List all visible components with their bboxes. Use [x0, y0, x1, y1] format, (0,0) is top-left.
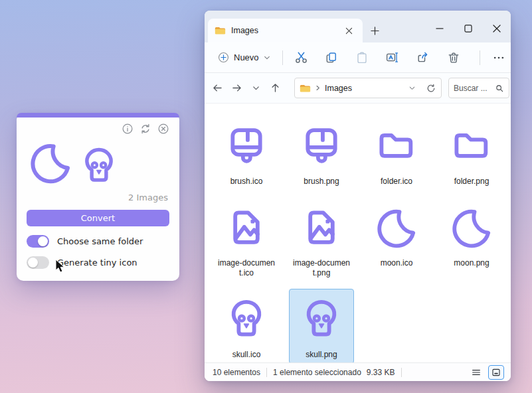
- file-grid: brush.icobrush.pngfolder.icofolder.pngim…: [214, 116, 505, 362]
- moon-icon: [29, 141, 72, 185]
- same-folder-toggle-row: Choose same folder: [27, 235, 169, 248]
- search-box[interactable]: Buscar ...: [448, 78, 509, 98]
- refresh-icon[interactable]: [426, 83, 436, 94]
- new-button[interactable]: Nuevo: [214, 49, 274, 66]
- minimize-button[interactable]: [425, 16, 454, 41]
- preview-icons: [29, 137, 169, 185]
- brush-icon: [217, 118, 276, 174]
- desktop: Images: [0, 0, 532, 393]
- new-tab-button[interactable]: [363, 19, 387, 42]
- file-name: skull.png: [306, 350, 337, 360]
- command-toolbar: Nuevo: [205, 42, 511, 73]
- file-tile[interactable]: moon.ico: [364, 197, 429, 282]
- share-icon[interactable]: [410, 46, 435, 69]
- tab-close-icon[interactable]: [341, 23, 356, 38]
- file-name: image-document.ico: [217, 258, 276, 278]
- same-folder-label: Choose same folder: [57, 236, 143, 246]
- file-list-area: brush.icobrush.pngfolder.icofolder.pngim…: [205, 104, 511, 362]
- image-count-label: 2 Images: [27, 193, 169, 202]
- skull-icon: [80, 147, 118, 185]
- file-name: image-document.png: [292, 258, 351, 278]
- brush-icon: [292, 118, 351, 174]
- explorer-window: Images: [205, 11, 511, 381]
- file-name: moon.ico: [381, 258, 413, 268]
- file-name: folder.ico: [381, 177, 412, 187]
- back-icon[interactable]: [208, 78, 227, 98]
- paste-icon[interactable]: [349, 46, 374, 69]
- file-tile[interactable]: brush.png: [289, 116, 354, 191]
- cut-icon[interactable]: [289, 46, 313, 69]
- delete-icon[interactable]: [441, 46, 466, 69]
- same-folder-toggle[interactable]: [27, 235, 49, 248]
- skull-icon: [292, 291, 351, 347]
- tiny-icon-label: Generate tiny icon: [57, 258, 137, 268]
- converter-window: 2 Images Convert Choose same folder Gene…: [17, 113, 179, 281]
- view-buttons: [468, 365, 504, 380]
- selection-count: 1 elemento seleccionado: [273, 368, 361, 377]
- image-icon: [217, 200, 276, 256]
- large-icons-view-icon[interactable]: [488, 365, 504, 380]
- toolbar-separator: [282, 50, 283, 65]
- address-dropdown-icon[interactable]: [408, 84, 416, 92]
- forward-icon[interactable]: [227, 78, 246, 98]
- convert-button[interactable]: Convert: [27, 210, 169, 226]
- file-tile[interactable]: skull.ico: [214, 289, 279, 362]
- mouse-cursor: [54, 259, 66, 274]
- folder-icon: [215, 26, 226, 35]
- folder-icon: [442, 118, 501, 174]
- converter-accent-strip: [17, 113, 179, 118]
- folder-icon: [300, 84, 311, 93]
- recent-locations-icon[interactable]: [246, 78, 266, 98]
- copy-icon[interactable]: [319, 46, 343, 69]
- new-button-label: Nuevo: [234, 52, 259, 62]
- file-name: brush.ico: [230, 177, 263, 187]
- items-count: 10 elementos: [213, 368, 260, 377]
- file-tile[interactable]: image-document.ico: [214, 197, 279, 282]
- tiny-icon-toggle-row: Generate tiny icon: [27, 256, 169, 269]
- file-tile[interactable]: folder.ico: [364, 116, 429, 191]
- tab-strip: Images: [205, 11, 511, 42]
- navigation-bar: Images Buscar ...: [205, 73, 511, 104]
- skull-icon: [217, 291, 276, 347]
- file-name: moon.png: [454, 258, 489, 268]
- reload-icon[interactable]: [139, 123, 151, 135]
- selection-size: 9.33 KB: [367, 368, 395, 377]
- folder-icon: [367, 118, 426, 174]
- file-tile[interactable]: brush.ico: [214, 116, 279, 191]
- search-icon: [495, 84, 504, 93]
- converter-window-controls: [27, 123, 169, 135]
- search-placeholder: Buscar ...: [454, 84, 492, 93]
- info-icon[interactable]: [122, 123, 133, 135]
- close-button[interactable]: [482, 16, 511, 41]
- file-tile[interactable]: image-document.png: [289, 197, 354, 282]
- file-name: skull.ico: [232, 350, 261, 360]
- file-name: brush.png: [304, 177, 339, 187]
- address-bar[interactable]: Images: [294, 78, 442, 98]
- address-path: Images: [325, 84, 352, 93]
- moon-icon: [367, 200, 426, 256]
- file-tile[interactable]: folder.png: [439, 116, 504, 191]
- maximize-button[interactable]: [454, 16, 482, 41]
- file-name: folder.png: [454, 177, 489, 187]
- moon-icon: [442, 200, 501, 256]
- window-caption-buttons: [425, 16, 511, 42]
- file-tile[interactable]: skull.png: [289, 289, 354, 362]
- status-bar: 10 elementos 1 elemento seleccionado 9.3…: [205, 362, 511, 381]
- details-view-icon[interactable]: [468, 365, 484, 380]
- rename-icon[interactable]: [380, 46, 404, 69]
- tab-images[interactable]: Images: [208, 19, 363, 42]
- tab-title: Images: [231, 26, 341, 35]
- up-icon[interactable]: [266, 78, 285, 98]
- image-icon: [292, 200, 351, 256]
- file-tile[interactable]: moon.png: [439, 197, 504, 282]
- more-icon[interactable]: [486, 46, 511, 69]
- tiny-icon-toggle[interactable]: [27, 256, 49, 269]
- close-circle-icon[interactable]: [157, 123, 169, 135]
- toolbar-separator: [480, 50, 480, 65]
